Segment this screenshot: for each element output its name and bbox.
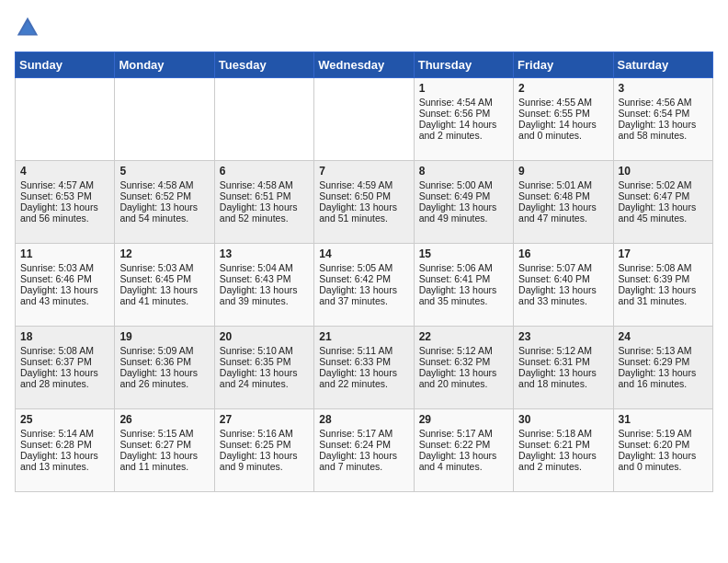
day-number: 25 (20, 413, 109, 426)
day-number: 15 (419, 247, 508, 260)
cell-info-line: Sunset: 6:29 PM (619, 356, 708, 367)
cell-info-line: Daylight: 13 hours (319, 367, 408, 378)
cell-info-line: Sunrise: 5:14 AM (20, 428, 109, 439)
day-number: 27 (220, 413, 309, 426)
cell-info-line: Daylight: 13 hours (20, 367, 109, 378)
cell-info-line: Sunset: 6:48 PM (518, 190, 608, 201)
cell-info-line: Sunrise: 5:13 AM (619, 345, 708, 356)
calendar-cell: 30Sunrise: 5:18 AMSunset: 6:21 PMDayligh… (514, 409, 613, 492)
calendar-week-row: 18Sunrise: 5:08 AMSunset: 6:37 PMDayligh… (16, 327, 713, 409)
logo (15, 15, 44, 40)
header-cell: Saturday (613, 52, 712, 78)
calendar-cell: 20Sunrise: 5:10 AMSunset: 6:35 PMDayligh… (214, 327, 313, 409)
day-number: 17 (619, 247, 708, 260)
cell-info-line: Daylight: 13 hours (119, 284, 209, 295)
day-number: 30 (518, 413, 608, 426)
calendar-cell: 24Sunrise: 5:13 AMSunset: 6:29 PMDayligh… (613, 327, 712, 409)
day-number: 4 (20, 165, 109, 178)
cell-info-line: Daylight: 13 hours (119, 367, 209, 378)
calendar-cell: 8Sunrise: 5:00 AMSunset: 6:49 PMDaylight… (414, 161, 513, 244)
calendar-cell (314, 78, 414, 161)
cell-info-line: and 22 minutes. (319, 378, 408, 389)
calendar-cell: 7Sunrise: 4:59 AMSunset: 6:50 PMDaylight… (314, 161, 414, 244)
cell-info-line: Sunrise: 5:11 AM (319, 345, 408, 356)
cell-info-line: Daylight: 13 hours (319, 450, 408, 461)
cell-info-line: and 37 minutes. (319, 295, 408, 306)
calendar-cell: 11Sunrise: 5:03 AMSunset: 6:46 PMDayligh… (16, 244, 115, 327)
calendar-cell: 9Sunrise: 5:01 AMSunset: 6:48 PMDaylight… (514, 161, 613, 244)
cell-info-line: and 41 minutes. (119, 295, 209, 306)
header-cell: Monday (115, 52, 214, 78)
cell-info-line: and 52 minutes. (220, 213, 309, 224)
cell-info-line: Daylight: 13 hours (119, 450, 209, 461)
cell-info-line: and 28 minutes. (20, 378, 109, 389)
cell-info-line: and 9 minutes. (220, 461, 309, 472)
calendar-cell: 5Sunrise: 4:58 AMSunset: 6:52 PMDaylight… (115, 161, 214, 244)
cell-info-line: Daylight: 13 hours (518, 450, 608, 461)
day-number: 7 (319, 165, 408, 178)
calendar-cell: 1Sunrise: 4:54 AMSunset: 6:56 PMDaylight… (414, 78, 513, 161)
calendar-cell: 13Sunrise: 5:04 AMSunset: 6:43 PMDayligh… (214, 244, 313, 327)
calendar-cell: 6Sunrise: 4:58 AMSunset: 6:51 PMDaylight… (214, 161, 313, 244)
cell-info-line: Sunset: 6:35 PM (220, 356, 309, 367)
calendar-cell: 14Sunrise: 5:05 AMSunset: 6:42 PMDayligh… (314, 244, 414, 327)
cell-info-line: Daylight: 13 hours (518, 284, 608, 295)
cell-info-line: and 24 minutes. (220, 378, 309, 389)
cell-info-line: Daylight: 13 hours (220, 201, 309, 213)
cell-info-line: Daylight: 13 hours (20, 201, 109, 213)
header-cell: Sunday (16, 52, 115, 78)
cell-info-line: Sunrise: 5:19 AM (619, 428, 708, 439)
cell-info-line: Daylight: 13 hours (619, 367, 708, 378)
cell-info-line: Sunset: 6:40 PM (518, 273, 608, 284)
cell-info-line: Sunrise: 5:16 AM (220, 428, 309, 439)
day-number: 26 (119, 413, 209, 426)
cell-info-line: Sunset: 6:45 PM (119, 273, 209, 284)
cell-info-line: Sunrise: 5:05 AM (319, 262, 408, 273)
cell-info-line: Sunrise: 5:03 AM (119, 262, 209, 273)
cell-info-line: Sunset: 6:49 PM (419, 190, 508, 201)
calendar-cell: 15Sunrise: 5:06 AMSunset: 6:41 PMDayligh… (414, 244, 513, 327)
cell-info-line: Sunset: 6:21 PM (518, 439, 608, 450)
cell-info-line: and 35 minutes. (419, 295, 508, 306)
cell-info-line: Sunset: 6:50 PM (319, 190, 408, 201)
cell-info-line: Daylight: 13 hours (619, 450, 708, 461)
cell-info-line: Sunset: 6:47 PM (619, 190, 708, 201)
cell-info-line: Daylight: 13 hours (419, 284, 508, 295)
cell-info-line: Sunset: 6:53 PM (20, 190, 109, 201)
cell-info-line: and 47 minutes. (518, 213, 608, 224)
cell-info-line: Sunset: 6:27 PM (119, 439, 209, 450)
calendar-cell: 3Sunrise: 4:56 AMSunset: 6:54 PMDaylight… (613, 78, 712, 161)
cell-info-line: Sunrise: 4:56 AM (619, 97, 708, 108)
cell-info-line: Sunset: 6:54 PM (619, 108, 708, 119)
calendar-cell: 12Sunrise: 5:03 AMSunset: 6:45 PMDayligh… (115, 244, 214, 327)
day-number: 14 (319, 247, 408, 260)
cell-info-line: Sunset: 6:24 PM (319, 439, 408, 450)
calendar-cell (214, 78, 313, 161)
cell-info-line: and 43 minutes. (20, 295, 109, 306)
cell-info-line: and 58 minutes. (619, 130, 708, 141)
day-number: 1 (419, 82, 508, 95)
cell-info-line: Sunset: 6:28 PM (20, 439, 109, 450)
calendar-week-row: 25Sunrise: 5:14 AMSunset: 6:28 PMDayligh… (16, 409, 713, 492)
calendar-cell: 29Sunrise: 5:17 AMSunset: 6:22 PMDayligh… (414, 409, 513, 492)
cell-info-line: Sunrise: 5:04 AM (220, 262, 309, 273)
cell-info-line: and 2 minutes. (419, 130, 508, 141)
page-header (15, 15, 713, 40)
logo-icon (15, 15, 40, 40)
cell-info-line: Sunset: 6:51 PM (220, 190, 309, 201)
day-number: 10 (619, 165, 708, 178)
day-number: 13 (220, 247, 309, 260)
cell-info-line: Sunrise: 5:12 AM (419, 345, 508, 356)
cell-info-line: Daylight: 13 hours (220, 450, 309, 461)
calendar-cell: 25Sunrise: 5:14 AMSunset: 6:28 PMDayligh… (16, 409, 115, 492)
day-number: 28 (319, 413, 408, 426)
calendar-week-row: 1Sunrise: 4:54 AMSunset: 6:56 PMDaylight… (16, 78, 713, 161)
cell-info-line: Daylight: 13 hours (20, 450, 109, 461)
cell-info-line: Daylight: 13 hours (119, 201, 209, 213)
calendar-cell (16, 78, 115, 161)
cell-info-line: Daylight: 13 hours (619, 119, 708, 130)
calendar-cell: 31Sunrise: 5:19 AMSunset: 6:20 PMDayligh… (613, 409, 712, 492)
day-number: 29 (419, 413, 508, 426)
cell-info-line: Sunset: 6:37 PM (20, 356, 109, 367)
cell-info-line: Sunset: 6:33 PM (319, 356, 408, 367)
